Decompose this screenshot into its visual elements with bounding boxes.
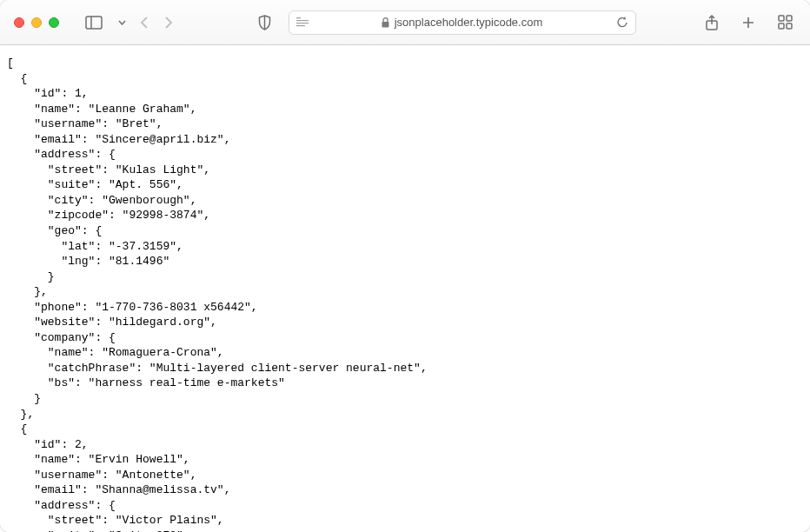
window-controls xyxy=(14,17,59,28)
chevron-down-icon xyxy=(118,20,126,25)
new-tab-button[interactable] xyxy=(738,12,759,33)
reader-mode-icon xyxy=(296,17,309,28)
url-text: jsonplaceholder.typicode.com xyxy=(395,16,543,29)
share-button[interactable] xyxy=(701,10,722,35)
close-window-button[interactable] xyxy=(14,17,24,28)
address-bar-container: jsonplaceholder.typicode.com xyxy=(204,10,686,35)
share-icon xyxy=(705,14,719,31)
navigation-buttons xyxy=(136,12,176,33)
svg-rect-6 xyxy=(296,25,305,26)
json-response-body[interactable]: [ { "id": 1, "name": "Leanne Graham", "u… xyxy=(0,45,810,532)
svg-rect-14 xyxy=(779,23,784,29)
sidebar-dropdown-button[interactable] xyxy=(115,17,129,29)
reload-icon xyxy=(616,16,628,29)
svg-rect-4 xyxy=(296,20,309,21)
address-bar[interactable]: jsonplaceholder.typicode.com xyxy=(289,10,636,35)
svg-rect-15 xyxy=(787,23,792,29)
forward-button[interactable] xyxy=(161,12,176,33)
privacy-report-button[interactable] xyxy=(255,11,275,34)
reload-button[interactable] xyxy=(616,16,628,29)
toolbar-right-actions xyxy=(701,10,796,35)
lock-icon xyxy=(382,17,389,28)
tab-overview-button[interactable] xyxy=(774,11,796,33)
shield-icon xyxy=(258,15,271,30)
svg-rect-13 xyxy=(787,16,792,21)
sidebar-toggle-button[interactable] xyxy=(82,12,106,33)
tab-grid-icon xyxy=(778,15,793,30)
browser-toolbar: jsonplaceholder.typicode.com xyxy=(0,0,810,45)
chevron-right-icon xyxy=(164,16,173,30)
sidebar-icon xyxy=(85,16,103,30)
minimize-window-button[interactable] xyxy=(31,17,42,28)
svg-rect-5 xyxy=(296,23,309,23)
back-button[interactable] xyxy=(136,12,152,33)
svg-rect-0 xyxy=(86,17,102,29)
maximize-window-button[interactable] xyxy=(49,17,59,28)
chevron-left-icon xyxy=(140,16,149,30)
svg-rect-3 xyxy=(296,17,301,18)
plus-icon xyxy=(741,16,755,30)
svg-rect-7 xyxy=(382,22,388,28)
svg-rect-12 xyxy=(779,16,784,21)
